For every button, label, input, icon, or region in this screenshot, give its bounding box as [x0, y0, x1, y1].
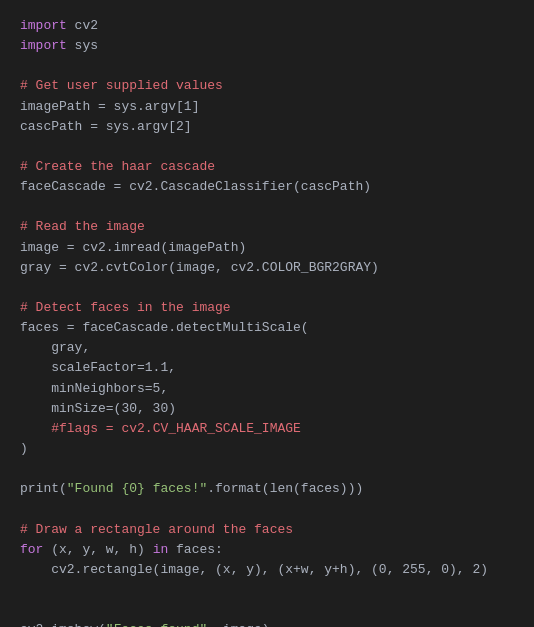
line-2: import sys	[20, 36, 514, 56]
line-29	[20, 580, 514, 600]
line-28: cv2.rectangle(image, (x, y), (x+w, y+h),…	[20, 560, 514, 580]
line-20: minSize=(30, 30)	[20, 399, 514, 419]
line-14	[20, 278, 514, 298]
line-21: #flags = cv2.CV_HAAR_SCALE_IMAGE	[20, 419, 514, 439]
line-12: image = cv2.imread(imagePath)	[20, 238, 514, 258]
line-22: )	[20, 439, 514, 459]
code-editor: import cv2 import sys # Get user supplie…	[0, 0, 534, 627]
line-31: cv2.imshow("Faces found", image)	[20, 620, 514, 627]
line-1: import cv2	[20, 16, 514, 36]
line-19: minNeighbors=5,	[20, 379, 514, 399]
line-26: # Draw a rectangle around the faces	[20, 520, 514, 540]
line-27: for (x, y, w, h) in faces:	[20, 540, 514, 560]
line-3	[20, 56, 514, 76]
line-16: faces = faceCascade.detectMultiScale(	[20, 318, 514, 338]
line-6: cascPath = sys.argv[2]	[20, 117, 514, 137]
line-25	[20, 499, 514, 519]
line-5: imagePath = sys.argv[1]	[20, 97, 514, 117]
line-8: # Create the haar cascade	[20, 157, 514, 177]
line-13: gray = cv2.cvtColor(image, cv2.COLOR_BGR…	[20, 258, 514, 278]
line-10	[20, 197, 514, 217]
line-15: # Detect faces in the image	[20, 298, 514, 318]
line-11: # Read the image	[20, 217, 514, 237]
line-4: # Get user supplied values	[20, 76, 514, 96]
line-17: gray,	[20, 338, 514, 358]
line-9: faceCascade = cv2.CascadeClassifier(casc…	[20, 177, 514, 197]
line-18: scaleFactor=1.1,	[20, 358, 514, 378]
line-7	[20, 137, 514, 157]
line-23	[20, 459, 514, 479]
line-30	[20, 600, 514, 620]
line-24: print("Found {0} faces!".format(len(face…	[20, 479, 514, 499]
